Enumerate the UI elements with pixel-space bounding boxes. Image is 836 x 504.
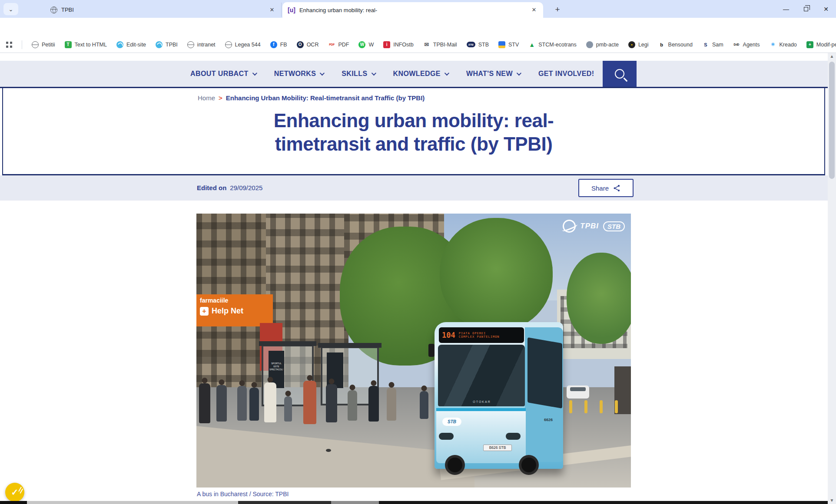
bookmark-favicon [586, 41, 593, 48]
scrollbar[interactable]: ▲ ▼ [828, 53, 836, 504]
stb-logo: STB [603, 221, 625, 231]
nav-menu-item[interactable]: KNOWLEDGE [393, 70, 448, 78]
bookmark-item[interactable]: ▲ STCM-ecotrans [528, 41, 577, 48]
photo-pharmacy-sign: farmaciile + Help Net [196, 294, 273, 326]
bookmark-item[interactable]: intranet [187, 41, 216, 48]
bookmark-item[interactable]: ✳ Kreado [770, 41, 797, 48]
bookmark-item[interactable]: STB STB [467, 42, 489, 48]
person-silhouette [199, 383, 210, 423]
bookmark-item[interactable]: W W [358, 41, 374, 48]
bookmark-item[interactable]: T Text to HTML [65, 41, 107, 48]
bookmark-favicon [187, 41, 194, 48]
bookmark-item[interactable]: STV [498, 41, 519, 48]
bookmark-favicon [225, 41, 232, 48]
scroll-up-icon[interactable]: ▲ [828, 53, 836, 60]
pharmacy-cross-icon: + [200, 307, 209, 316]
window-controls: — ✕ [776, 0, 836, 18]
bookmark-item[interactable]: f FB [270, 41, 287, 48]
bookmark-item[interactable]: Legea 544 [225, 41, 261, 48]
site-search-button[interactable] [603, 61, 637, 87]
share-button[interactable]: Share [578, 179, 634, 197]
tab-close-icon[interactable]: ✕ [530, 6, 538, 14]
photo-bollard [615, 400, 618, 413]
nav-menu-item[interactable]: NETWORKS [274, 70, 324, 78]
nav-menu-item[interactable]: GET INVOLVED! [538, 70, 594, 78]
bookmark-item[interactable]: ● Legi [628, 41, 649, 48]
restore-icon [804, 7, 808, 11]
bookmark-item[interactable]: Petitii [32, 41, 55, 48]
tab-close-icon[interactable]: ✕ [268, 6, 276, 14]
person-silhouette [368, 386, 379, 422]
tab-search-button[interactable]: ⌄ [3, 3, 18, 15]
bookmark-item[interactable]: S Sam [702, 41, 723, 48]
breadcrumb-home-link[interactable]: Home [198, 94, 215, 102]
restore-button[interactable] [796, 0, 816, 18]
bookmark-favicon: ● [628, 41, 635, 48]
tab-enhancing-urban-mobility[interactable]: [u] Enhancing urban mobility: real- ✕ [282, 2, 543, 18]
bookmark-favicon: T [65, 41, 72, 48]
bus-brand: OTOKAR [467, 400, 497, 403]
edited-date: 29/09/2025 [230, 184, 262, 191]
chevron-down-icon [252, 71, 257, 76]
person-silhouette [264, 382, 276, 422]
edited-on: Edited on29/09/2025 [197, 184, 262, 191]
close-button[interactable]: ✕ [816, 0, 836, 18]
bookmark-label: Bensound [668, 42, 693, 48]
tab-title: Enhancing urban mobility: real- [299, 7, 377, 13]
nav-item-label: SKILLS [342, 70, 367, 78]
nav-menu-item[interactable]: ABOUT URBACT [190, 70, 256, 78]
bookmark-item[interactable]: Edit-site [116, 41, 146, 48]
accessibility-badge[interactable]: ✓ [5, 483, 24, 502]
photo-tree [440, 218, 553, 331]
person-silhouette [284, 396, 292, 422]
person-silhouette [237, 386, 247, 421]
nav-item-label: KNOWLEDGE [393, 70, 441, 78]
bus-fleet-number: 6626 [544, 418, 553, 422]
bookmark-favicon: D-iD [733, 41, 740, 48]
tab-tpbi[interactable]: TPBI ✕ [45, 3, 282, 17]
bus-route-number: 104 [442, 331, 455, 339]
apps-grid-icon[interactable] [6, 42, 12, 48]
bookmark-label: FB [280, 42, 287, 48]
scrollbar-thumb[interactable] [829, 62, 835, 179]
bus-wheel [445, 455, 465, 475]
bus-mirror [428, 344, 435, 357]
bookmark-item[interactable]: ✉ TPBI-Mail [423, 41, 457, 48]
bookmark-label: W [368, 42, 374, 48]
photo-car [567, 385, 589, 399]
person-silhouette [303, 381, 316, 424]
bookmark-label: PDF [338, 42, 349, 48]
nav-menu-item[interactable]: WHAT'S NEW [466, 70, 520, 78]
bus-destination-sign: 104 PIATA OPEREI COMPLEX PANTELIMON [439, 327, 524, 343]
bookmark-favicon: f [270, 41, 277, 48]
scroll-down-icon[interactable]: ▼ [828, 497, 836, 504]
bookmark-item[interactable]: b Bensound [658, 41, 693, 48]
bookmark-label: Legea 544 [235, 42, 261, 48]
browser-window: ⌄ TPBI ✕ [u] Enhancing urban mobility: r… [0, 0, 836, 504]
photo-bollard [569, 400, 572, 413]
search-icon [615, 69, 624, 79]
nav-item-label: NETWORKS [274, 70, 316, 78]
bookmarks-bar: Petitii T Text to HTML Edit-site TPBI [0, 36, 836, 53]
bookmark-favicon: W [358, 41, 365, 48]
minimize-button[interactable]: — [776, 0, 796, 18]
person-silhouette [216, 385, 227, 422]
bookmark-item[interactable]: D-iD Agents [733, 41, 760, 48]
bookmark-label: Legi [638, 42, 649, 48]
bookmark-favicon [498, 41, 505, 48]
person-silhouette [249, 388, 259, 421]
bookmark-item[interactable]: PDF PDF [328, 41, 349, 48]
bookmark-item[interactable]: i INFOstb [383, 41, 414, 48]
chevron-down-icon [371, 71, 376, 76]
bookmark-item[interactable]: O OCR [297, 41, 319, 48]
bookmark-favicon [116, 41, 123, 48]
bookmark-label: TPBI [166, 42, 178, 48]
photo-pigeon [326, 449, 331, 452]
new-tab-button[interactable]: + [551, 3, 564, 16]
bookmark-label: Modif-petitii [816, 42, 836, 48]
bookmark-item[interactable]: + Modif-petitii [806, 41, 836, 48]
bookmark-item[interactable]: pmb-acte [586, 41, 619, 48]
bookmark-label: STB [478, 42, 489, 48]
nav-menu-item[interactable]: SKILLS [342, 70, 375, 78]
bookmark-item[interactable]: TPBI [156, 41, 178, 48]
